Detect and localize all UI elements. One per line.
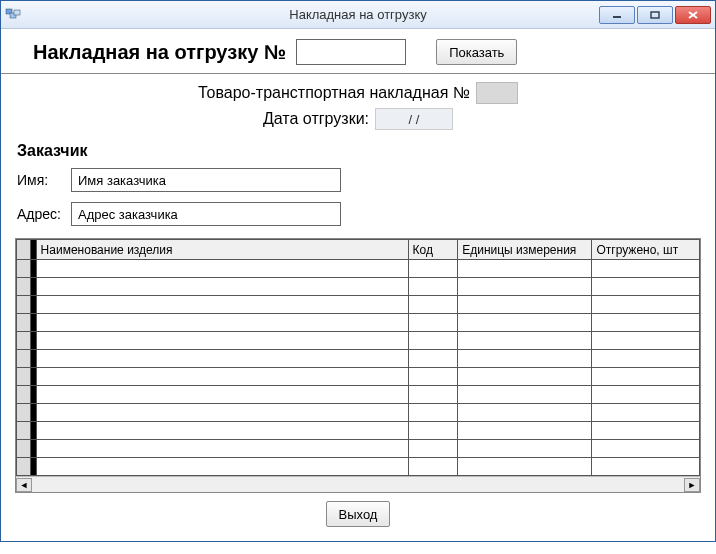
shipment-number-input[interactable] xyxy=(296,39,406,65)
grid-cell[interactable] xyxy=(592,386,700,404)
grid-cell[interactable] xyxy=(592,260,700,278)
grid-cell[interactable] xyxy=(408,422,458,440)
grid-cell[interactable] xyxy=(408,368,458,386)
row-header[interactable] xyxy=(17,314,31,332)
grid-cell[interactable] xyxy=(36,386,408,404)
grid-hscrollbar[interactable]: ◄ ► xyxy=(16,476,700,492)
table-row[interactable] xyxy=(17,368,700,386)
grid-cell[interactable] xyxy=(408,458,458,476)
grid-cell[interactable] xyxy=(592,440,700,458)
grid-cell[interactable] xyxy=(592,278,700,296)
table-row[interactable] xyxy=(17,350,700,368)
close-button[interactable] xyxy=(675,6,711,24)
exit-button[interactable]: Выход xyxy=(326,501,391,527)
grid-cell[interactable] xyxy=(592,368,700,386)
client-area: Накладная на отгрузку № Показать Товаро-… xyxy=(1,29,715,541)
grid-cell[interactable] xyxy=(592,458,700,476)
grid-cell[interactable] xyxy=(36,440,408,458)
row-header[interactable] xyxy=(17,422,31,440)
scroll-left-icon[interactable]: ◄ xyxy=(16,478,32,492)
grid-cell[interactable] xyxy=(408,314,458,332)
row-header[interactable] xyxy=(17,332,31,350)
customer-addr-label: Адрес: xyxy=(17,206,63,222)
table-row[interactable] xyxy=(17,440,700,458)
table-row[interactable] xyxy=(17,332,700,350)
grid-cell[interactable] xyxy=(458,368,592,386)
grid-cell[interactable] xyxy=(592,422,700,440)
table-row[interactable] xyxy=(17,422,700,440)
grid-cell[interactable] xyxy=(408,386,458,404)
grid-cell[interactable] xyxy=(592,314,700,332)
ttn-row: Товаро-транстпортная накладная № xyxy=(17,82,699,104)
grid-cell[interactable] xyxy=(36,332,408,350)
ship-date-value: / / xyxy=(375,108,453,130)
table-row[interactable] xyxy=(17,458,700,476)
row-header[interactable] xyxy=(17,260,31,278)
grid-cell[interactable] xyxy=(36,458,408,476)
grid-cell[interactable] xyxy=(36,422,408,440)
row-header[interactable] xyxy=(17,458,31,476)
grid-cell[interactable] xyxy=(458,296,592,314)
table-row[interactable] xyxy=(17,296,700,314)
grid-cell[interactable] xyxy=(36,296,408,314)
row-header[interactable] xyxy=(17,368,31,386)
row-header[interactable] xyxy=(17,350,31,368)
grid-cell[interactable] xyxy=(408,350,458,368)
grid-header-row: Наименование изделия Код Единицы измерен… xyxy=(17,240,700,260)
grid-cell[interactable] xyxy=(458,260,592,278)
scroll-right-icon[interactable]: ► xyxy=(684,478,700,492)
maximize-button[interactable] xyxy=(637,6,673,24)
customer-addr-input[interactable] xyxy=(71,202,341,226)
items-grid[interactable]: Наименование изделия Код Единицы измерен… xyxy=(16,239,700,476)
grid-cell[interactable] xyxy=(592,332,700,350)
customer-name-input[interactable] xyxy=(71,168,341,192)
grid-cell[interactable] xyxy=(408,440,458,458)
grid-cell[interactable] xyxy=(408,332,458,350)
row-header[interactable] xyxy=(17,278,31,296)
header-row: Накладная на отгрузку № Показать xyxy=(1,29,715,74)
grid-cell[interactable] xyxy=(36,368,408,386)
items-grid-container: Наименование изделия Код Единицы измерен… xyxy=(15,238,701,493)
show-button[interactable]: Показать xyxy=(436,39,517,65)
app-icon xyxy=(5,7,21,23)
grid-cell[interactable] xyxy=(458,404,592,422)
grid-cell[interactable] xyxy=(458,314,592,332)
grid-cell[interactable] xyxy=(36,350,408,368)
col-shipped[interactable]: Отгружено, шт xyxy=(592,240,700,260)
table-row[interactable] xyxy=(17,260,700,278)
grid-cell[interactable] xyxy=(36,260,408,278)
grid-cell[interactable] xyxy=(408,296,458,314)
row-header[interactable] xyxy=(17,296,31,314)
col-product-name[interactable]: Наименование изделия xyxy=(36,240,408,260)
grid-cell[interactable] xyxy=(458,422,592,440)
grid-cell[interactable] xyxy=(458,386,592,404)
grid-cell[interactable] xyxy=(458,332,592,350)
col-unit[interactable]: Единицы измерения xyxy=(458,240,592,260)
grid-cell[interactable] xyxy=(408,404,458,422)
shipment-number-label: Накладная на отгрузку № xyxy=(33,41,286,64)
row-header[interactable] xyxy=(17,404,31,422)
grid-cell[interactable] xyxy=(36,314,408,332)
grid-cell[interactable] xyxy=(592,404,700,422)
titlebar: Накладная на отгрузку xyxy=(1,1,715,29)
grid-corner xyxy=(17,240,31,260)
grid-cell[interactable] xyxy=(408,278,458,296)
grid-cell[interactable] xyxy=(592,296,700,314)
ttn-label: Товаро-транстпортная накладная № xyxy=(198,84,470,102)
grid-cell[interactable] xyxy=(458,440,592,458)
grid-cell[interactable] xyxy=(36,404,408,422)
minimize-button[interactable] xyxy=(599,6,635,24)
grid-cell[interactable] xyxy=(408,260,458,278)
table-row[interactable] xyxy=(17,278,700,296)
table-row[interactable] xyxy=(17,386,700,404)
grid-cell[interactable] xyxy=(458,350,592,368)
grid-cell[interactable] xyxy=(592,350,700,368)
grid-cell[interactable] xyxy=(458,278,592,296)
row-header[interactable] xyxy=(17,440,31,458)
grid-cell[interactable] xyxy=(36,278,408,296)
grid-cell[interactable] xyxy=(458,458,592,476)
table-row[interactable] xyxy=(17,314,700,332)
row-header[interactable] xyxy=(17,386,31,404)
col-code[interactable]: Код xyxy=(408,240,458,260)
table-row[interactable] xyxy=(17,404,700,422)
